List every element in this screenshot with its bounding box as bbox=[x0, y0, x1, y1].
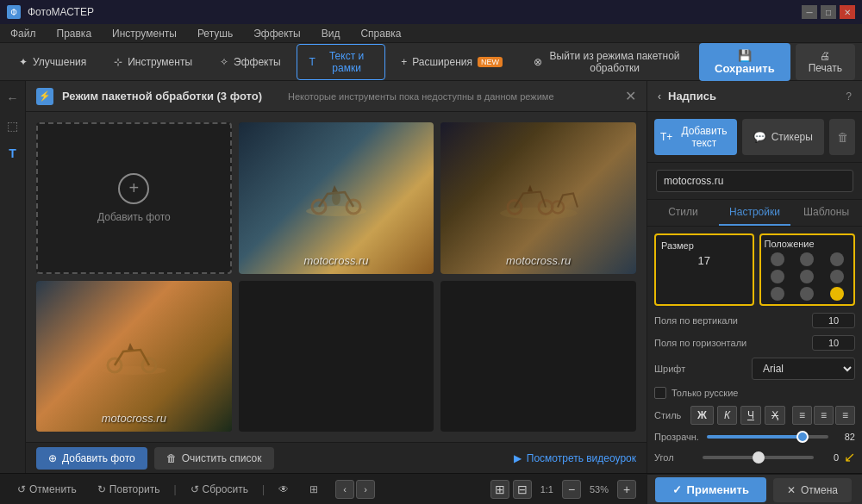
menu-help[interactable]: Справка bbox=[357, 26, 404, 41]
stickers-button[interactable]: 💬 Стикеры bbox=[742, 119, 825, 155]
padding-h-input[interactable] bbox=[812, 335, 855, 351]
apply-button[interactable]: ✓ Применить bbox=[655, 477, 766, 502]
save-button[interactable]: 💾 Сохранить bbox=[699, 43, 790, 81]
pos-mid-right[interactable] bbox=[830, 270, 844, 283]
cancel-button[interactable]: ✕ Отмена bbox=[773, 478, 852, 502]
menu-effects[interactable]: Эффекты bbox=[250, 26, 304, 41]
text-input[interactable] bbox=[656, 170, 853, 192]
font-select[interactable]: Arial bbox=[752, 358, 855, 380]
checkmark-icon: ✓ bbox=[672, 483, 682, 496]
italic-button[interactable]: К bbox=[717, 406, 737, 425]
tab-templates[interactable]: Шаблоны bbox=[790, 200, 862, 226]
menu-edit[interactable]: Правка bbox=[53, 26, 96, 41]
undo-label: Отменить bbox=[29, 483, 77, 495]
zoom-out-button[interactable]: − bbox=[562, 480, 581, 499]
save-label: Сохранить bbox=[715, 62, 775, 75]
effects-button[interactable]: ✧ Эффекты bbox=[208, 51, 293, 73]
clear-list-button[interactable]: 🗑 Очистить список bbox=[154, 447, 274, 470]
minimize-button[interactable]: ─ bbox=[802, 5, 817, 19]
add-photo-label: Добавить фото bbox=[62, 452, 135, 464]
only-russian-checkbox[interactable] bbox=[654, 387, 666, 399]
panel-tabs: Стили Настройки Шаблоны bbox=[647, 200, 862, 227]
redo-label: Повторить bbox=[109, 483, 160, 495]
tutorial-button[interactable]: ▶ Посмотреть видеоурок bbox=[514, 452, 636, 464]
print-label: Печать bbox=[809, 62, 842, 74]
pos-mid-left[interactable] bbox=[771, 270, 784, 283]
maximize-button[interactable]: □ bbox=[821, 5, 836, 19]
position-box: Положение bbox=[759, 233, 856, 306]
view-button[interactable]: 👁 bbox=[272, 480, 296, 499]
nav-arrows: ‹ › bbox=[335, 480, 375, 499]
crop-icon[interactable]: ⬚ bbox=[3, 115, 23, 136]
add-photo-button[interactable]: ⊕ Добавить фото bbox=[36, 447, 147, 470]
print-button[interactable]: 🖨 Печать bbox=[796, 44, 855, 80]
help-icon[interactable]: ? bbox=[846, 90, 852, 103]
moto-photo-2 bbox=[239, 122, 434, 274]
zoom-in-button[interactable]: + bbox=[617, 480, 636, 499]
font-row: Шрифт Arial bbox=[654, 358, 855, 380]
strikethrough-button[interactable]: Ҳ bbox=[765, 406, 785, 425]
align-center-button[interactable]: ≡ bbox=[814, 406, 834, 425]
add-photo-slot[interactable]: + Добавить фото bbox=[36, 122, 232, 274]
tab-settings[interactable]: Настройки bbox=[719, 200, 790, 226]
photo-slot-4[interactable]: motocross.ru bbox=[36, 281, 232, 432]
zoom-actual-button[interactable]: ⊟ bbox=[513, 480, 532, 499]
pos-top-center[interactable] bbox=[800, 252, 814, 266]
reset-button[interactable]: ↺ Сбросить bbox=[184, 480, 255, 499]
extensions-button[interactable]: + Расширения NEW bbox=[389, 51, 515, 73]
position-label: Положение bbox=[765, 239, 851, 249]
menu-view[interactable]: Вид bbox=[318, 26, 344, 41]
pos-bot-left[interactable] bbox=[771, 287, 784, 301]
add-text-button[interactable]: T+ Добавить текст bbox=[654, 119, 737, 155]
menu-tools[interactable]: Инструменты bbox=[109, 26, 180, 41]
align-right-button[interactable]: ≡ bbox=[835, 406, 855, 425]
size-box: Размер 17 bbox=[654, 233, 754, 306]
back-icon[interactable]: ← bbox=[3, 88, 23, 109]
padding-v-row: Поля по вертикали bbox=[654, 313, 855, 328]
tab-styles[interactable]: Стили bbox=[647, 200, 719, 226]
opacity-slider[interactable] bbox=[707, 435, 828, 439]
padding-v-input[interactable] bbox=[812, 313, 855, 328]
improvements-button[interactable]: ✦ Улучшения bbox=[7, 51, 98, 73]
zoom-fit-button[interactable]: ⊞ bbox=[490, 480, 509, 499]
undo-icon: ↺ bbox=[17, 483, 26, 495]
undo-button[interactable]: ↺ Отменить bbox=[10, 480, 84, 499]
close-button[interactable]: ✕ bbox=[840, 5, 855, 19]
photo-slot-2[interactable]: motocross.ru bbox=[239, 122, 434, 274]
add-text-icon: T+ bbox=[660, 131, 672, 143]
underline-button[interactable]: Ч bbox=[740, 406, 761, 425]
text-frames-button[interactable]: T Текст и рамки bbox=[297, 44, 386, 80]
menu-retouch[interactable]: Ретушь bbox=[194, 26, 236, 41]
prev-photo-button[interactable]: ‹ bbox=[335, 480, 354, 499]
pos-top-right[interactable] bbox=[830, 252, 844, 266]
effects-icon: ✧ bbox=[220, 56, 228, 68]
font-label: Шрифт bbox=[654, 364, 685, 374]
batch-close-button[interactable]: ✕ bbox=[625, 88, 636, 104]
angle-slider[interactable] bbox=[703, 456, 814, 459]
exit-batch-button[interactable]: ⊗ Выйти из режима пакетной обработки bbox=[522, 45, 694, 79]
angle-row: Угол 0 ↙ bbox=[654, 449, 855, 465]
pos-mid-center[interactable] bbox=[800, 270, 814, 283]
text-input-area bbox=[647, 163, 862, 200]
instruments-button[interactable]: ⊹ Инструменты bbox=[102, 51, 204, 73]
compare-button[interactable]: ⊞ bbox=[303, 480, 325, 499]
redo-button[interactable]: ↻ Повторить bbox=[91, 480, 167, 499]
text-tool-icon[interactable]: T bbox=[3, 143, 23, 164]
next-photo-button[interactable]: › bbox=[356, 480, 375, 499]
pos-top-left[interactable] bbox=[771, 252, 784, 266]
pos-bot-right[interactable] bbox=[830, 287, 844, 301]
bold-button[interactable]: Ж bbox=[690, 406, 714, 425]
batch-header: ⚡ Режим пакетной обработки (3 фото) Неко… bbox=[26, 81, 646, 112]
pos-bot-center[interactable] bbox=[800, 287, 814, 301]
new-badge: NEW bbox=[478, 57, 503, 67]
separator-1: | bbox=[173, 483, 176, 495]
photo-slot-3[interactable]: motocross.ru bbox=[440, 122, 636, 274]
left-arrow-icon[interactable]: ‹ bbox=[658, 90, 661, 103]
cancel-icon: ✕ bbox=[787, 484, 796, 496]
align-left-button[interactable]: ≡ bbox=[792, 406, 812, 425]
menu-file[interactable]: Файл bbox=[7, 26, 40, 41]
delete-text-button[interactable]: 🗑 bbox=[829, 119, 855, 155]
style-label: Стиль bbox=[654, 410, 687, 420]
padding-v-label: Поля по вертикали bbox=[654, 315, 738, 326]
only-russian-label: Только русские bbox=[671, 388, 738, 398]
